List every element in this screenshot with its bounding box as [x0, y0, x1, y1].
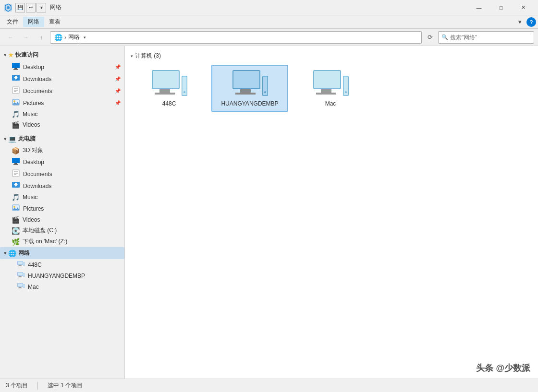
help-button[interactable]: ?	[526, 17, 536, 27]
sidebar-item-pictures-pc[interactable]: Pictures	[0, 202, 124, 214]
svg-rect-53	[240, 89, 251, 93]
menu-file[interactable]: 文件	[2, 17, 23, 27]
sidebar-item-music-quick[interactable]: 🎵 Music	[0, 109, 124, 119]
music-icon: 🎵	[12, 110, 20, 118]
svg-rect-43	[24, 285, 25, 288]
sidebar-item-videos-pc[interactable]: 🎬 Videos	[0, 214, 124, 225]
sidebar-item-videos-quick[interactable]: 🎬 Videos	[0, 119, 124, 130]
svg-rect-14	[12, 158, 20, 163]
svg-rect-16	[13, 164, 18, 165]
file-item-icon-mac	[311, 70, 350, 98]
svg-point-24	[13, 206, 15, 208]
svg-rect-45	[153, 71, 179, 88]
toolbar-more[interactable]: ▾	[37, 3, 46, 12]
sidebar-item-documents-pc[interactable]: Documents	[0, 168, 124, 180]
sidebar-item-pictures-quick[interactable]: Pictures 📌	[0, 97, 124, 109]
sidebar-item-label: 本地磁盘 (C:)	[23, 226, 57, 235]
svg-rect-60	[321, 89, 331, 93]
pictures-icon	[12, 98, 20, 107]
search-input[interactable]	[450, 34, 531, 41]
search-icon: 🔍	[441, 34, 448, 40]
sidebar-item-desktop-quick[interactable]: Desktop 📌	[0, 61, 124, 73]
menu-view[interactable]: 查看	[44, 17, 65, 27]
documents-icon	[12, 86, 20, 95]
search-box[interactable]: 🔍	[438, 31, 534, 44]
sidebar-item-label: Music	[23, 111, 37, 118]
watermark: 头条 @少数派	[476, 362, 530, 374]
file-item-label-448c: 448C	[162, 100, 176, 107]
svg-rect-15	[14, 163, 17, 164]
content-group-header: ▾ 计算机 (3)	[131, 52, 532, 60]
forward-button[interactable]: →	[19, 32, 33, 43]
refresh-button[interactable]: ⟳	[424, 31, 436, 44]
sidebar-item-downloads-quick[interactable]: Downloads 📌	[0, 73, 124, 85]
pin-icon: 📌	[115, 64, 121, 70]
pin-icon: 📌	[115, 76, 121, 82]
this-pc-icon: 💻	[8, 135, 16, 143]
sidebar-item-downloads-pc[interactable]: Downloads	[0, 180, 124, 192]
sidebar-item-label: Videos	[23, 121, 40, 128]
sidebar-item-label: 下载 on 'Mac' (Z:)	[23, 238, 67, 246]
close-button[interactable]: ✕	[512, 0, 534, 15]
desktop-pc-icon	[12, 157, 20, 166]
file-item-448c[interactable]: 448C	[131, 65, 208, 112]
this-pc-chevron: ▾	[4, 136, 6, 142]
svg-rect-31	[24, 262, 25, 266]
quick-access-toolbar: 💾 ↩ ▾	[15, 3, 46, 12]
address-dropdown[interactable]: ▾	[80, 31, 89, 44]
svg-rect-35	[18, 277, 22, 277]
svg-rect-40	[19, 287, 21, 288]
this-pc-header[interactable]: ▾ 💻 此电脑	[0, 133, 124, 145]
path-text: 网络	[68, 33, 80, 41]
content-area: ▾ 计算机 (3)	[125, 46, 538, 379]
svg-rect-52	[233, 71, 259, 88]
file-item-mac[interactable]: Mac	[292, 65, 369, 112]
sidebar-item-documents-quick[interactable]: Documents 📌	[0, 85, 124, 97]
disk-z-icon: 🌿	[12, 238, 20, 246]
file-item-label-huang: HUANGYANGDEMBP	[221, 100, 278, 107]
sidebar-item-448c[interactable]: 448C	[0, 259, 124, 270]
file-item-label-mac: Mac	[325, 100, 336, 107]
maximize-button[interactable]: □	[490, 0, 512, 15]
sidebar-item-huang[interactable]: HUANGYANGDEMBP	[0, 270, 124, 281]
title-bar: 💾 ↩ ▾ 网络 — □ ✕	[0, 0, 538, 15]
sidebar-item-label: Videos	[23, 216, 40, 223]
desktop-icon	[12, 62, 20, 71]
svg-rect-54	[235, 93, 256, 95]
sidebar-item-mac[interactable]: Mac	[0, 281, 124, 292]
quick-access-header[interactable]: ▾ ★ 快速访问	[0, 49, 124, 61]
svg-point-12	[13, 100, 15, 102]
sidebar-item-disk-c[interactable]: 💽 本地磁盘 (C:)	[0, 225, 124, 236]
pin-icon: 📌	[115, 88, 121, 94]
svg-rect-41	[18, 288, 22, 288]
svg-rect-3	[14, 68, 17, 69]
3d-icon: 📦	[12, 147, 20, 154]
file-item-huang[interactable]: HUANGYANGDEMBP	[211, 65, 288, 112]
ribbon-collapse[interactable]: ▾	[515, 17, 525, 27]
sidebar-item-music-pc[interactable]: 🎵 Music	[0, 192, 124, 202]
sidebar-item-label: Mac	[28, 284, 39, 290]
back-button[interactable]: ←	[4, 32, 17, 43]
sidebar-item-label: 448C	[28, 261, 42, 268]
menu-bar: 文件 网络 查看 ▾ ?	[0, 15, 538, 29]
status-separator	[37, 382, 38, 390]
svg-rect-34	[19, 276, 21, 277]
undo-btn[interactable]: ↩	[26, 3, 36, 12]
sidebar-item-label: Desktop	[23, 64, 44, 71]
sidebar-item-label: Documents	[23, 88, 52, 95]
sidebar-item-label: Downloads	[23, 76, 51, 83]
network-header[interactable]: ▾ 🌐 网络	[0, 247, 124, 259]
save-btn[interactable]: 💾	[15, 3, 25, 12]
sidebar-item-disk-z[interactable]: 🌿 下载 on 'Mac' (Z:)	[0, 236, 124, 247]
up-button[interactable]: ↑	[35, 32, 48, 43]
menu-network[interactable]: 网络	[23, 17, 44, 27]
computer-mac-icon	[17, 283, 25, 291]
address-input[interactable]: 🌐 › 网络 ▾	[50, 31, 422, 44]
svg-point-64	[345, 91, 347, 93]
videos-icon: 🎬	[12, 121, 20, 129]
sidebar-item-desktop-pc[interactable]: Desktop	[0, 156, 124, 168]
minimize-button[interactable]: —	[468, 0, 490, 15]
svg-rect-33	[18, 273, 23, 275]
sidebar-item-3d[interactable]: 📦 3D 对象	[0, 145, 124, 156]
svg-rect-47	[155, 93, 175, 95]
